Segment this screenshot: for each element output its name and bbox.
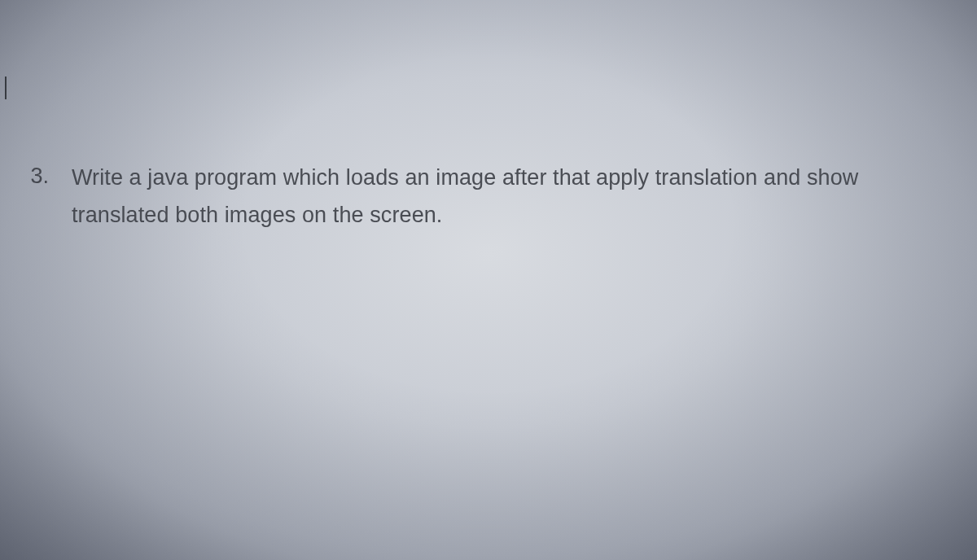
question-number: 3. <box>28 159 49 194</box>
question-item: 3. Write a java program which loads an i… <box>28 159 920 234</box>
document-page: 3. Write a java program which loads an i… <box>0 0 977 560</box>
question-text: Write a java program which loads an imag… <box>72 159 920 234</box>
